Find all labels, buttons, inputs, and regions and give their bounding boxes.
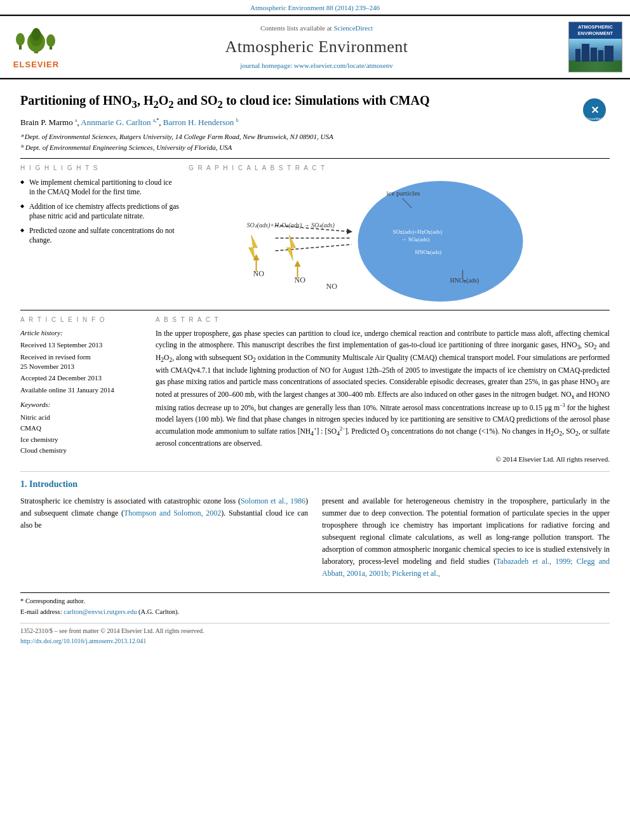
- authors-line: Brain P. Marmo a, Annmarie G. Carlton a,…: [20, 117, 572, 129]
- abstract-label: A B S T R A C T: [156, 316, 610, 324]
- atm-env-logo: ATMOSPHERICENVIRONMENT: [568, 22, 622, 72]
- received-date: Received 13 September 2013: [20, 340, 144, 350]
- svg-text:ice particles: ice particles: [387, 189, 420, 197]
- svg-point-7: [46, 34, 55, 47]
- keyword-3: Ice chemistry: [20, 434, 144, 446]
- keywords-label: Keywords:: [20, 400, 144, 410]
- svg-text:HNO₃(ads): HNO₃(ads): [415, 249, 442, 255]
- atm-env-logo-image: [569, 39, 622, 72]
- intro-right-col: present and available for heterogeneous …: [322, 495, 610, 580]
- keyword-1: Nitric acid: [20, 412, 144, 423]
- elsevier-wordmark: ELSEVIER: [8, 59, 65, 70]
- svg-point-11: [358, 181, 523, 302]
- journal-header-center: Contents lists available at ScienceDirec…: [71, 23, 562, 70]
- svg-point-3: [32, 28, 41, 41]
- email-person: (A.G. Carlton).: [138, 608, 179, 615]
- ref-tabazadeh: Tabazadeh et al., 1999; Clegg and Abbatt…: [322, 557, 610, 578]
- email-label: E-mail address:: [20, 608, 62, 615]
- highlights-list: ◆ We implement chemical partitioning to …: [20, 178, 179, 246]
- highlights-label: H I G H L I G H T S: [20, 164, 179, 173]
- abstract-text: In the upper troposphere, gas phase spec…: [156, 328, 610, 450]
- keywords-section: Keywords: Nitric acid CMAQ Ice chemistry…: [20, 400, 144, 457]
- article-info-abstract-row: A R T I C L E I N F O Article history: R…: [20, 316, 610, 465]
- article-title: Partitioning of HNO3, H2O2 and SO2 to cl…: [20, 92, 572, 112]
- svg-point-5: [16, 33, 25, 46]
- atm-env-logo-title: ATMOSPHERICENVIRONMENT: [569, 22, 622, 39]
- introduction-section: 1. Introduction Stratospheric ice chemis…: [20, 478, 610, 580]
- svg-text:NO: NO: [295, 276, 306, 284]
- svg-marker-31: [287, 235, 296, 260]
- journal-citation-bar: Atmospheric Environment 88 (2014) 239–24…: [0, 0, 630, 15]
- svg-text:CrossMark: CrossMark: [585, 117, 604, 121]
- sciencedirect-link[interactable]: ScienceDirect: [333, 24, 373, 32]
- highlight-item-2: ◆ Addition of ice chemistry affects pred…: [20, 202, 179, 222]
- elsevier-logo: ELSEVIER: [8, 23, 65, 70]
- svg-text:HNO₃(ads): HNO₃(ads): [450, 277, 479, 284]
- svg-text:→ SO₄(ads): → SO₄(ads): [401, 236, 430, 243]
- article-title-section: Partitioning of HNO3, H2O2 and SO2 to cl…: [20, 87, 610, 153]
- corresponding-note: * Corresponding author.: [20, 597, 610, 606]
- footer-bar: 1352-2310/$ – see front matter © 2014 El…: [20, 623, 610, 646]
- highlights-section: H I G H L I G H T S ◆ We implement chemi…: [20, 164, 179, 305]
- abstract-section: A B S T R A C T In the upper troposphere…: [156, 316, 610, 465]
- keyword-2: CMAQ: [20, 423, 144, 434]
- revised-label: Received in revised form25 November 2013: [20, 352, 144, 372]
- graphical-abstract-label: G R A P H I C A L A B S T R A C T: [189, 164, 610, 173]
- ref-solomon: Solomon et al., 1986: [241, 497, 305, 505]
- accepted-date: Accepted 24 December 2013: [20, 373, 144, 383]
- highlight-item-1: ◆ We implement chemical partitioning to …: [20, 178, 179, 197]
- article-history-label: Article history:: [20, 328, 144, 338]
- svg-text:SO₂(ads)+H₂O₂(ads) → SO₄(ads): SO₂(ads)+H₂O₂(ads) → SO₄(ads): [247, 222, 335, 229]
- ref-thompson: Thompson and Solomon, 2002: [124, 509, 221, 517]
- graphical-abstract-diagram: ice particles SO₂(ads)+H₂O₂(ads) → SO₄(a…: [189, 178, 610, 302]
- keyword-4: Cloud chemistry: [20, 445, 144, 457]
- footer-issn: 1352-2310/$ – see front matter © 2014 El…: [20, 627, 610, 636]
- highlights-graphical-row: H I G H L I G H T S ◆ We implement chemi…: [20, 164, 610, 305]
- svg-marker-26: [295, 260, 301, 267]
- affiliation-a: ᵃ Dept. of Environmental Sciences, Rutge…: [20, 132, 572, 142]
- journal-homepage: journal homepage: www.elsevier.com/locat…: [71, 61, 562, 70]
- journal-citation-text: Atmospheric Environment 88 (2014) 239–24…: [250, 4, 380, 11]
- highlight-item-3: ◆ Predicted ozone and sulfate concentrat…: [20, 226, 179, 246]
- graphical-abstract-section: G R A P H I C A L A B S T R A C T ice pa…: [189, 164, 610, 305]
- article-info-label: A R T I C L E I N F O: [20, 316, 144, 324]
- intro-section-number: 1. Introduction: [20, 478, 610, 491]
- svg-text:NO: NO: [253, 269, 265, 278]
- available-date: Available online 31 January 2014: [20, 385, 144, 395]
- crossmark-icon: ✕ CrossMark: [582, 97, 607, 123]
- svg-text:SO₂(ads)+H₂O₂(ads): SO₂(ads)+H₂O₂(ads): [393, 229, 443, 235]
- email-note: E-mail address: carlton@envsci.rutgers.e…: [20, 608, 610, 617]
- intro-two-col: Stratospheric ice chemistry is associate…: [20, 495, 610, 580]
- elsevier-tree-icon: [14, 23, 58, 55]
- article-info-section: A R T I C L E I N F O Article history: R…: [20, 316, 144, 465]
- affiliation-b: ᵇ Dept. of Environmental Engineering Sci…: [20, 143, 572, 152]
- journal-main-title: Atmospheric Environment: [71, 36, 562, 58]
- email-address[interactable]: carlton@envsci.rutgers.edu: [64, 608, 137, 615]
- article-title-area: Partitioning of HNO3, H2O2 and SO2 to cl…: [20, 92, 572, 153]
- svg-text:✕: ✕: [591, 105, 599, 116]
- copyright-notice: © 2014 Elsevier Ltd. All rights reserved…: [156, 455, 610, 464]
- footer-doi[interactable]: http://dx.doi.org/10.1016/j.atmosenv.201…: [20, 637, 610, 646]
- footnote-area: * Corresponding author. E-mail address: …: [20, 592, 610, 617]
- sciencedirect-line: Contents lists available at ScienceDirec…: [71, 23, 562, 33]
- svg-text:NO: NO: [326, 282, 338, 291]
- intro-left-col: Stratospheric ice chemistry is associate…: [20, 495, 308, 580]
- article-content: Partitioning of HNO3, H2O2 and SO2 to cl…: [0, 79, 630, 652]
- crossmark-badge: ✕ CrossMark: [579, 97, 610, 126]
- journal-header: ELSEVIER Contents lists available at Sci…: [0, 17, 630, 78]
